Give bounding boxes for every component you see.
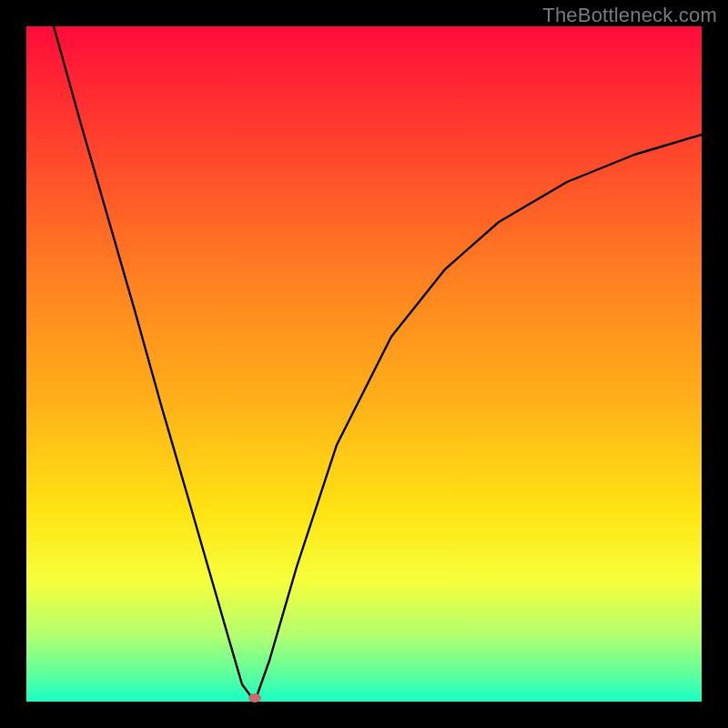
bottleneck-curve [26, 26, 702, 702]
watermark-text: TheBottleneck.com [542, 4, 717, 27]
plot-area [26, 26, 702, 702]
curve-path [54, 26, 702, 702]
minimum-marker [248, 693, 261, 703]
chart-frame: TheBottleneck.com [0, 0, 728, 728]
